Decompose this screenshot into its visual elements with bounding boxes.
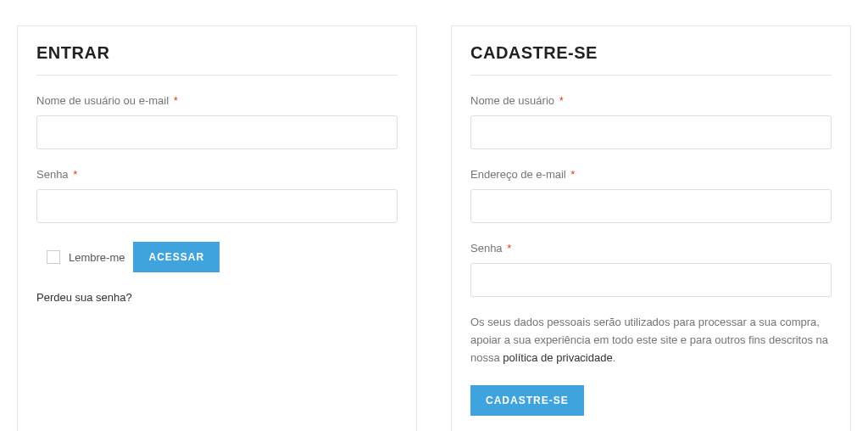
- required-indicator: *: [570, 168, 575, 181]
- register-username-label: Nome de usuário *: [470, 94, 832, 107]
- register-panel: CADASTRE-SE Nome de usuário * Endereço d…: [451, 25, 851, 431]
- register-password-label: Senha *: [470, 242, 832, 255]
- login-password-label-text: Senha: [36, 168, 69, 181]
- login-username-label-text: Nome de usuário ou e-mail: [36, 94, 169, 107]
- register-password-label-text: Senha: [470, 242, 503, 255]
- remember-checkbox[interactable]: [47, 250, 60, 264]
- login-remember-row: Lembre-me ACESSAR: [36, 242, 398, 272]
- login-password-input[interactable]: [36, 189, 398, 223]
- required-indicator: *: [559, 94, 564, 107]
- register-email-input[interactable]: [470, 189, 832, 223]
- register-username-label-text: Nome de usuário: [470, 94, 554, 107]
- login-username-group: Nome de usuário ou e-mail *: [36, 94, 398, 149]
- login-submit-button[interactable]: ACESSAR: [133, 242, 220, 272]
- login-username-input[interactable]: [36, 115, 398, 149]
- required-indicator: *: [507, 242, 511, 255]
- register-username-group: Nome de usuário *: [470, 94, 832, 149]
- register-email-group: Endereço de e-mail *: [470, 168, 832, 223]
- forgot-password-link[interactable]: Perdeu sua senha?: [36, 291, 398, 304]
- register-email-label: Endereço de e-mail *: [470, 168, 832, 181]
- login-password-label: Senha *: [36, 168, 398, 181]
- login-password-group: Senha *: [36, 168, 398, 223]
- register-email-label-text: Endereço de e-mail: [470, 168, 566, 181]
- remember-label: Lembre-me: [69, 251, 125, 264]
- register-submit-button[interactable]: CADASTRE-SE: [470, 385, 584, 416]
- register-username-input[interactable]: [470, 115, 832, 149]
- required-indicator: *: [174, 94, 178, 107]
- login-panel: ENTRAR Nome de usuário ou e-mail * Senha…: [17, 25, 417, 431]
- privacy-text: Os seus dados pessoais serão utilizados …: [470, 314, 832, 367]
- register-password-input[interactable]: [470, 263, 832, 297]
- login-username-label: Nome de usuário ou e-mail *: [36, 94, 398, 107]
- privacy-text-after: .: [613, 351, 616, 364]
- required-indicator: *: [73, 168, 77, 181]
- login-title: ENTRAR: [36, 43, 398, 76]
- register-title: CADASTRE-SE: [470, 43, 832, 76]
- register-password-group: Senha *: [470, 242, 832, 297]
- privacy-policy-link[interactable]: política de privacidade: [503, 351, 612, 364]
